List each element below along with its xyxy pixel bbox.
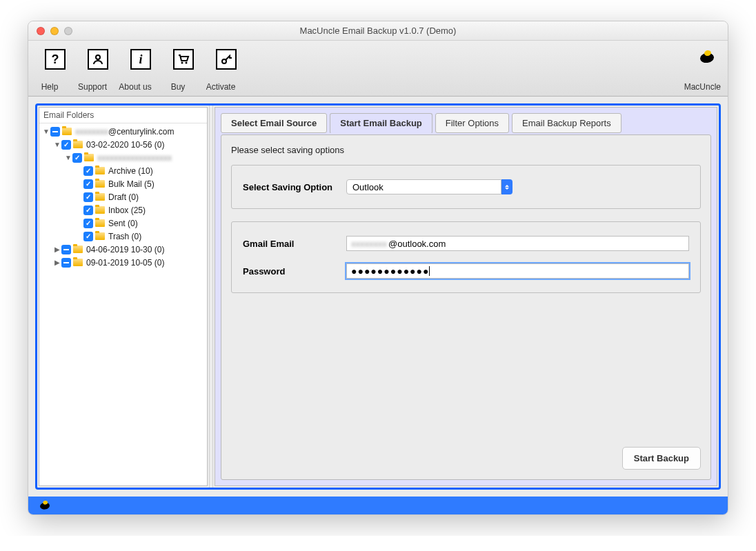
svg-point-0 bbox=[96, 55, 100, 59]
password-input[interactable]: ●●●●●●●●●●●● bbox=[346, 263, 689, 279]
checkbox[interactable] bbox=[83, 219, 93, 228]
folder-icon bbox=[62, 128, 72, 135]
folder-icon bbox=[95, 206, 105, 214]
saving-option-label: Select Saving Option bbox=[243, 182, 346, 192]
chevron-right-icon[interactable]: ▶ bbox=[53, 259, 61, 266]
app-window: MacUncle Email Backup v1.0.7 (Demo) ? i … bbox=[28, 21, 728, 515]
question-icon: ? bbox=[45, 49, 66, 70]
key-icon bbox=[216, 49, 237, 70]
window-title: MacUncle Email Backup v1.0.7 (Demo) bbox=[28, 26, 728, 36]
checkbox[interactable] bbox=[83, 166, 93, 176]
tree-row[interactable]: Draft (0) bbox=[39, 190, 207, 203]
checkbox[interactable] bbox=[83, 206, 93, 215]
tab-panel: Please select saving options Select Savi… bbox=[221, 134, 711, 480]
checkbox[interactable] bbox=[83, 232, 93, 241]
password-label: Password bbox=[243, 266, 346, 277]
saving-option-group: Select Saving Option Outlook bbox=[231, 165, 701, 209]
checkbox[interactable] bbox=[61, 140, 71, 150]
folder-icon bbox=[95, 180, 105, 188]
splitter[interactable] bbox=[209, 106, 213, 488]
tab-reports[interactable]: Email Backup Reports bbox=[512, 113, 621, 133]
about-label: About us bbox=[114, 82, 157, 92]
tree-row[interactable]: ▶ 09-01-2019 10-05 (0) bbox=[39, 256, 207, 269]
checkbox[interactable] bbox=[72, 153, 82, 163]
checkbox[interactable] bbox=[83, 179, 93, 189]
support-label: Support bbox=[71, 82, 114, 92]
tab-start-backup[interactable]: Start Email Backup bbox=[330, 113, 432, 134]
brand-logo-icon bbox=[697, 49, 717, 66]
person-icon bbox=[88, 49, 108, 70]
toolbar: ? i Help Support About us Buy Activate M… bbox=[28, 41, 728, 97]
main-panel: Select Email Source Start Email Backup F… bbox=[215, 107, 717, 486]
start-backup-button[interactable]: Start Backup bbox=[622, 447, 701, 470]
email-label: Gmail Email bbox=[243, 239, 346, 249]
panel-subtitle: Please select saving options bbox=[231, 145, 701, 155]
tree-row[interactable]: Sent (0) bbox=[39, 217, 207, 230]
brand-logo-icon bbox=[38, 500, 52, 512]
help-label: Help bbox=[28, 82, 71, 92]
checkbox[interactable] bbox=[61, 258, 71, 268]
folder-icon bbox=[73, 246, 83, 253]
folder-tree: ▼ xxxxxxxx@centurylink.com ▼ 03-02-2020 … bbox=[39, 123, 207, 270]
body: Email Folders ▼ xxxxxxxx@centurylink.com… bbox=[28, 97, 728, 497]
credentials-group: Gmail Email xxxxxxxx@outlook.com Passwor… bbox=[231, 221, 701, 293]
folder-icon bbox=[73, 259, 83, 266]
checkbox[interactable] bbox=[61, 245, 71, 254]
content-frame: Email Folders ▼ xxxxxxxx@centurylink.com… bbox=[35, 103, 721, 490]
svg-point-1 bbox=[181, 62, 183, 64]
chevron-down-icon[interactable]: ▼ bbox=[64, 154, 72, 161]
email-folders-sidebar: Email Folders ▼ xxxxxxxx@centurylink.com… bbox=[39, 107, 208, 486]
titlebar: MacUncle Email Backup v1.0.7 (Demo) bbox=[28, 21, 728, 41]
tree-row[interactable]: Bulk Mail (5) bbox=[39, 177, 207, 190]
buy-label: Buy bbox=[157, 82, 199, 92]
svg-point-2 bbox=[186, 62, 188, 64]
cart-icon bbox=[173, 49, 194, 70]
support-button[interactable] bbox=[77, 49, 119, 70]
chevron-down-icon[interactable]: ▼ bbox=[53, 141, 61, 148]
tree-row[interactable]: ▼ xxxxxxxxxxxxxxxxxx bbox=[39, 151, 207, 164]
activate-label: Activate bbox=[199, 82, 242, 92]
folder-icon bbox=[84, 154, 94, 161]
saving-option-value: Outlook bbox=[346, 179, 501, 194]
folder-icon bbox=[95, 232, 105, 240]
tree-row[interactable]: Trash (0) bbox=[39, 230, 207, 243]
tabs: Select Email Source Start Email Backup F… bbox=[221, 113, 711, 133]
sidebar-title: Email Folders bbox=[39, 108, 207, 123]
brand-label: MacUncle bbox=[684, 82, 721, 92]
folder-icon bbox=[73, 141, 83, 148]
tree-row-root[interactable]: ▼ xxxxxxxx@centurylink.com bbox=[39, 125, 207, 138]
folder-icon bbox=[95, 219, 105, 227]
buy-button[interactable] bbox=[162, 49, 205, 70]
chevron-updown-icon bbox=[501, 179, 513, 194]
email-input[interactable]: xxxxxxxx@outlook.com bbox=[346, 236, 689, 251]
chevron-right-icon[interactable]: ▶ bbox=[53, 246, 61, 253]
checkbox[interactable] bbox=[83, 192, 93, 202]
tree-row[interactable]: Archive (10) bbox=[39, 164, 207, 177]
tab-select-source[interactable]: Select Email Source bbox=[221, 113, 327, 133]
info-icon: i bbox=[130, 49, 151, 70]
checkbox[interactable] bbox=[50, 127, 60, 137]
help-button[interactable]: ? bbox=[34, 49, 77, 70]
about-button[interactable]: i bbox=[119, 49, 162, 70]
status-bar bbox=[28, 497, 728, 514]
chevron-down-icon[interactable]: ▼ bbox=[42, 128, 50, 135]
tree-row[interactable]: ▶ 04-06-2019 10-30 (0) bbox=[39, 243, 207, 256]
folder-icon bbox=[95, 167, 105, 174]
tree-row[interactable]: ▼ 03-02-2020 10-56 (0) bbox=[39, 138, 207, 151]
activate-button[interactable] bbox=[205, 49, 248, 70]
tree-row[interactable]: Inbox (25) bbox=[39, 203, 207, 217]
saving-option-select[interactable]: Outlook bbox=[346, 179, 513, 194]
folder-icon bbox=[95, 193, 105, 201]
tab-filter-options[interactable]: Filter Options bbox=[435, 113, 509, 133]
